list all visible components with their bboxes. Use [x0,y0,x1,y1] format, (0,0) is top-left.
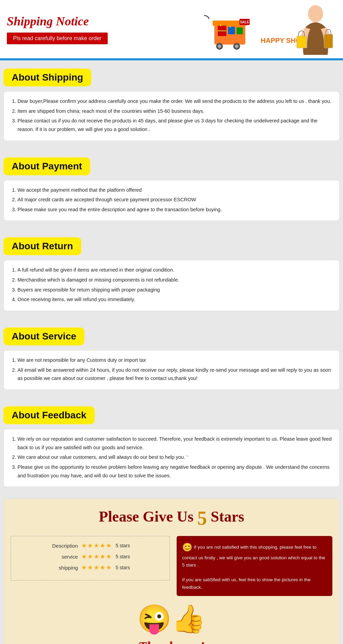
section-content-payment: We accept the payment method that the pl… [3,180,340,221]
list-item: Please contact us if you do not receive … [17,117,332,133]
section-label-service: About Service [3,327,84,345]
header-right: SALE HAPPY SHOPPING [199,3,336,55]
header: Shipping Notice Pls read carefully befor… [0,0,343,58]
stars-message-box: 😊 If you are not satisfied with this sho… [177,536,332,596]
header-subtitle: Pls read carefully before make order [7,33,108,44]
stars-title-start: Please Give Us [99,508,197,525]
star-icons: ★★★★★ [81,564,112,571]
section-label-return: About Return [3,237,81,255]
svg-point-11 [235,45,238,48]
section-content-service: We are not responsible for any Customs d… [3,350,340,390]
section-label-feedback: About Feedback [3,406,95,424]
header-left: Shipping Notice Pls read carefully befor… [7,14,199,44]
stars-content: Description★★★★★5 starsservice★★★★★5 sta… [11,536,332,596]
stars-title: Please Give Us 5 Stars [11,507,332,529]
thank-you-text: Thank you! [11,639,332,644]
list-item: Merchandise which is damaged or missing … [17,276,332,284]
rating-text: 5 stars [116,565,130,570]
section-label-shipping: About Shipping [3,69,91,86]
svg-rect-15 [297,36,306,48]
section-content-shipping: Dear buyer,Please confirm your address c… [3,91,340,141]
section-payment: About PaymentWe accept the payment metho… [0,149,343,229]
list-item: We are not responsible for any Customs d… [17,356,332,365]
list-item: We rely on our reputation and customer s… [17,435,332,452]
star-icons: ★★★★★ [81,553,112,560]
stars-ratings-box: Description★★★★★5 starsservice★★★★★5 sta… [11,536,170,581]
smiley-icon: 😊 [182,541,192,554]
list-item: We care about our value customers, and w… [17,453,332,462]
section-label-payment: About Payment [3,157,90,175]
list-item: Item are shipped from china; reach most … [17,107,332,116]
svg-rect-3 [220,25,221,26]
stars-five: 5 [197,508,207,529]
list-item: We accept the payment method that the pl… [17,186,332,194]
svg-text:SALE: SALE [240,20,249,24]
rating-text: 5 stars [116,554,130,559]
header-title: Shipping Notice [7,14,199,28]
rating-row: shipping★★★★★5 stars [18,564,163,571]
stars-message-line1: If you are not satisfied with this shopp… [182,545,325,568]
rating-text: 5 stars [116,543,130,548]
svg-rect-16 [324,34,333,48]
svg-rect-6 [230,26,230,27]
section-content-return: A full refund will be given if items are… [3,260,340,311]
thumbs-up-icon: 😜👍 [11,603,332,635]
svg-point-9 [218,45,221,48]
list-item: Once receiving items, we will refund you… [17,295,332,304]
rating-label: shipping [50,565,78,571]
section-service: About ServiceWe are not responsible for … [0,319,343,398]
list-item: Please give us the opportunity to resolv… [17,463,332,480]
five-stars-section: Please Give Us 5 Stars Description★★★★★5… [3,499,340,644]
list-item: All major credit cards are accepted thro… [17,195,332,204]
list-item: Please make sure you read the entire des… [17,205,332,214]
list-item: Buyers are responsible for return shippi… [17,286,332,294]
section-content-feedback: We rely on our reputation and customer s… [3,429,340,487]
section-feedback: About FeedbackWe rely on our reputation … [0,398,343,495]
person-icon [295,3,336,55]
thank-you-section: 😜👍 Thank you! [11,603,332,644]
list-item: A full refund will be given if items are… [17,266,332,274]
rating-row: service★★★★★5 stars [18,553,163,560]
stars-title-end: Stars [207,508,244,525]
svg-rect-7 [237,27,243,34]
sections-container: About ShippingDear buyer,Please confirm … [0,60,343,495]
list-item: Dear buyer,Please confirm your address c… [17,97,332,106]
section-return: About ReturnA full refund will be given … [0,229,343,319]
section-shipping: About ShippingDear buyer,Please confirm … [0,60,343,149]
star-icons: ★★★★★ [81,542,112,549]
svg-rect-5 [228,27,235,34]
rating-label: service [50,554,78,560]
list-item: All email will be answered within 24 hou… [17,366,332,383]
rating-label: Description [50,543,78,549]
stars-message-line2: If you are satiSfied with us, feel free … [182,577,310,590]
rating-row: Description★★★★★5 stars [18,542,163,549]
cart-icon: SALE [202,14,257,55]
svg-point-14 [308,5,323,22]
